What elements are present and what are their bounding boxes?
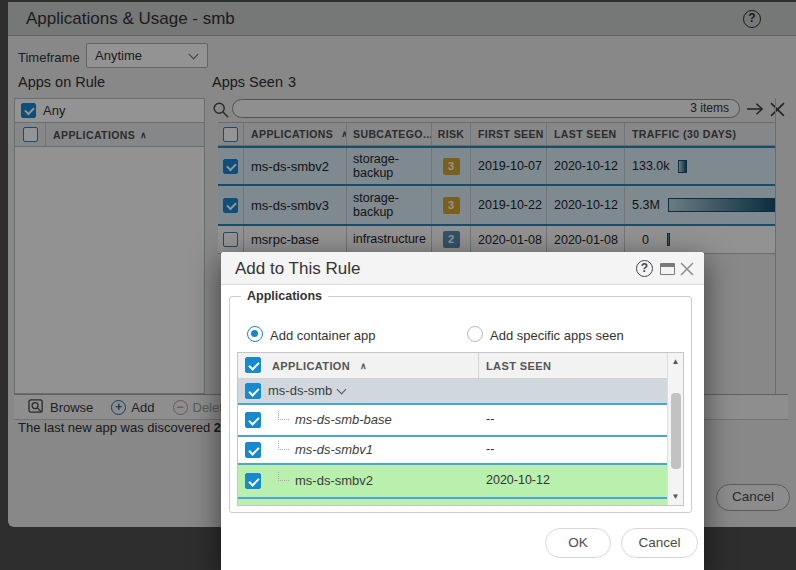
tree-branch-icon xyxy=(278,441,289,450)
modal-table-header[interactable]: APPLICATION ∧ LAST SEEN xyxy=(238,353,669,379)
tree-branch-icon xyxy=(278,411,289,420)
tree-row-child-highlighted[interactable]: ms-ds-smbv3 2020-10-12 xyxy=(238,499,669,506)
col-last-seen[interactable]: LAST SEEN xyxy=(486,353,551,379)
chevron-down-icon[interactable] xyxy=(337,385,347,395)
last-seen: -- xyxy=(486,442,494,456)
scroll-up-icon[interactable]: ▲ xyxy=(668,357,683,366)
radio-add-container-app[interactable] xyxy=(247,326,263,342)
app-name: ms-ds-smb-base xyxy=(295,412,392,427)
radio-add-specific-apps[interactable] xyxy=(467,326,483,342)
modal-title: Add to This Rule xyxy=(235,252,360,285)
modal-cancel-button[interactable]: Cancel xyxy=(621,528,698,558)
ok-button[interactable]: OK xyxy=(545,528,611,558)
row-checkbox[interactable] xyxy=(245,383,261,399)
tree-row-child[interactable]: ms-ds-smbv1 -- xyxy=(238,437,669,463)
radio-specific-label[interactable]: Add specific apps seen xyxy=(490,328,624,343)
fieldset-legend: Applications xyxy=(241,289,328,303)
tree-row-child[interactable]: ms-ds-smb-base -- xyxy=(238,405,669,435)
divider xyxy=(478,353,479,378)
tree-row-parent[interactable]: ms-ds-smb xyxy=(238,379,669,403)
scrollbar-thumb[interactable] xyxy=(671,393,681,469)
app-name: ms-ds-smbv2 xyxy=(295,473,373,488)
last-seen: 2020-10-12 xyxy=(486,473,550,487)
last-seen: -- xyxy=(486,412,494,426)
col-application[interactable]: APPLICATION xyxy=(272,353,350,379)
tree-row-child-highlighted[interactable]: ms-ds-smbv2 2020-10-12 xyxy=(238,465,669,497)
header-checkbox[interactable] xyxy=(245,357,261,373)
row-checkbox[interactable] xyxy=(245,442,261,458)
modal-app-table: APPLICATION ∧ LAST SEEN ms-ds-smb ms-ds-… xyxy=(237,352,684,506)
close-icon[interactable] xyxy=(680,262,694,276)
window-restore-icon[interactable] xyxy=(660,263,675,275)
app-name: ms-ds-smb xyxy=(268,383,332,398)
tree-branch-icon xyxy=(278,472,289,481)
row-checkbox[interactable] xyxy=(245,412,261,428)
app-name: ms-ds-smbv1 xyxy=(295,442,373,457)
scroll-down-icon[interactable]: ▼ xyxy=(668,492,683,501)
add-to-rule-modal: Add to This Rule ? Applications Add cont… xyxy=(221,252,704,570)
modal-titlebar: Add to This Rule ? xyxy=(221,252,704,285)
scrollbar[interactable]: ▲ ▼ xyxy=(667,353,683,505)
ok-label: OK xyxy=(568,535,588,550)
sort-asc-icon: ∧ xyxy=(360,353,367,379)
cancel-label: Cancel xyxy=(638,535,680,550)
help-icon[interactable]: ? xyxy=(636,260,653,277)
radio-container-label[interactable]: Add container app xyxy=(270,328,376,343)
row-checkbox[interactable] xyxy=(245,473,261,489)
